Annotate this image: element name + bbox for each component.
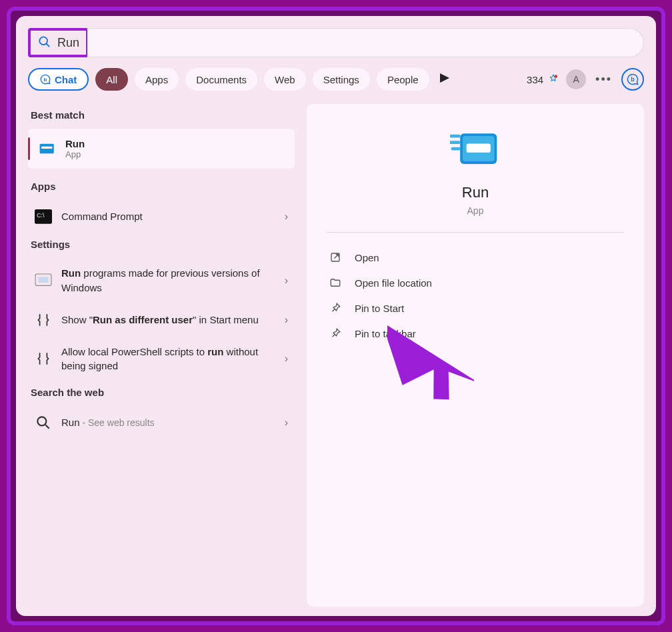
user-avatar[interactable]: A (566, 69, 586, 89)
svg-line-12 (45, 425, 49, 428)
run-app-icon (39, 141, 56, 156)
filter-all[interactable]: All (95, 68, 128, 91)
chevron-right-icon: › (285, 211, 288, 223)
cmd-icon: C:\ (35, 208, 52, 225)
apps-heading: Apps (31, 181, 292, 192)
result-web-search-label: Run - See web results (61, 415, 275, 430)
bing-icon: b (627, 73, 639, 85)
detail-header: Run App (327, 131, 624, 233)
search-results-content: Best match Run App Apps C:\ Command Pr (28, 104, 644, 607)
detail-panel: Run App Open Open file location (307, 104, 644, 607)
best-match-heading: Best match (31, 109, 292, 121)
search-bar-extension[interactable] (87, 28, 644, 57)
filter-web[interactable]: Web (264, 68, 306, 91)
bing-button[interactable]: b (621, 68, 644, 91)
svg-rect-15 (467, 144, 491, 153)
best-match-item[interactable]: Run App (28, 129, 295, 169)
results-list: Best match Run App Apps C:\ Command Pr (28, 104, 295, 607)
action-open-location-label: Open file location (355, 277, 432, 289)
action-pin-start[interactable]: Pin to Start (327, 295, 624, 321)
settings-heading: Settings (31, 239, 292, 250)
result-setting-compat-label: Run programs made for previous versions … (61, 266, 275, 295)
svg-line-1 (46, 43, 49, 46)
result-setting-compat[interactable]: Run programs made for previous versions … (28, 258, 295, 303)
action-open-label: Open (355, 252, 379, 263)
svg-point-3 (555, 75, 558, 78)
chevron-right-icon: › (285, 417, 288, 429)
web-heading: Search the web (31, 387, 292, 398)
filter-apps[interactable]: Apps (135, 68, 179, 91)
result-command-prompt[interactable]: C:\ Command Prompt › (28, 200, 295, 233)
rewards-icon (547, 73, 559, 85)
chevron-right-icon: › (285, 353, 288, 365)
rewards-credits[interactable]: 334 (527, 73, 559, 85)
compat-icon (35, 272, 52, 289)
overflow-menu[interactable]: ••• (593, 73, 615, 87)
result-setting-powershell[interactable]: Allow local PowerShell scripts to run wi… (28, 337, 295, 382)
best-match-subtitle: App (65, 149, 85, 159)
detail-title: Run (462, 184, 489, 201)
detail-actions: Open Open file location Pin to Start (327, 245, 624, 346)
devtools-icon (35, 311, 52, 329)
result-web-search[interactable]: Run - See web results › (28, 406, 295, 439)
search-query-text: Run (57, 36, 79, 50)
pin-icon (329, 302, 343, 314)
pin-icon (329, 327, 343, 339)
devtools-icon (35, 350, 52, 367)
action-open[interactable]: Open (327, 245, 624, 270)
action-pin-taskbar-label: Pin to taskbar (355, 328, 416, 339)
svg-rect-10 (38, 277, 48, 283)
filter-documents[interactable]: Documents (185, 68, 257, 91)
search-icon (37, 35, 51, 51)
filter-all-label: All (106, 74, 117, 85)
search-input-highlighted[interactable]: Run (28, 28, 89, 57)
result-command-prompt-label: Command Prompt (61, 209, 275, 224)
filter-row: b Chat All Apps Documents Web Settings P… (28, 68, 644, 91)
folder-icon (329, 277, 343, 289)
filter-chat-label: Chat (55, 74, 77, 85)
chevron-right-icon: › (285, 275, 288, 287)
search-bar[interactable]: Run (28, 28, 644, 57)
svg-text:b: b (44, 77, 47, 83)
result-setting-powershell-label: Allow local PowerShell scripts to run wi… (61, 345, 275, 374)
filter-settings[interactable]: Settings (313, 68, 370, 91)
result-setting-runas[interactable]: Show "Run as different user" in Start me… (28, 303, 295, 337)
result-setting-runas-label: Show "Run as different user" in Start me… (61, 313, 275, 327)
more-filters-icon[interactable] (440, 73, 449, 85)
detail-subtitle: App (467, 205, 484, 216)
action-pin-taskbar[interactable]: Pin to taskbar (327, 321, 624, 346)
best-match-title: Run (65, 138, 85, 149)
filter-people[interactable]: People (377, 68, 429, 91)
chevron-right-icon: › (285, 314, 288, 326)
svg-point-11 (37, 417, 46, 425)
search-icon (35, 414, 52, 431)
action-pin-start-label: Pin to Start (355, 303, 404, 314)
action-open-location[interactable]: Open file location (327, 270, 624, 295)
credits-count: 334 (527, 74, 543, 85)
svg-text:b: b (631, 76, 635, 83)
svg-rect-6 (41, 147, 52, 149)
open-icon (329, 251, 343, 263)
run-app-icon-large (450, 131, 501, 169)
start-search-window: Run b Chat All Apps Documents Web Settin… (16, 16, 656, 616)
svg-text:C:\: C:\ (37, 212, 45, 219)
bing-chat-icon: b (40, 74, 51, 85)
filter-chat[interactable]: b Chat (28, 68, 89, 91)
